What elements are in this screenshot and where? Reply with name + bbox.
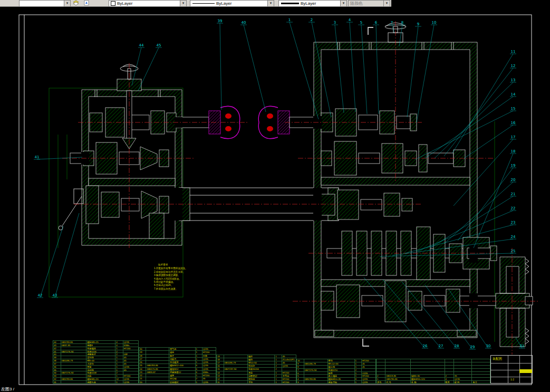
bom-table-1: 44GB5783-86螺栓M8×254Q23543GB97-85垫圈8465Mn… [53, 340, 139, 384]
svg-text:39: 39 [218, 19, 223, 23]
svg-text:14: 14 [511, 92, 516, 97]
bom-row: 序号代 号名 称数量材 料备注 [377, 380, 490, 384]
svg-text:13: 13 [511, 78, 516, 82]
bom-table-3: 19蜗杆14518蜗轮1ZCuSn10P117GB1096-79键10×5014… [216, 355, 296, 384]
bom-cell: Q235 [123, 380, 139, 384]
lineweight-preview [281, 3, 299, 4]
svg-text:24: 24 [511, 235, 516, 239]
svg-text:20: 20 [511, 178, 516, 182]
notes-lines: 1.装配前所有零件用煤油清洗。2.齿轮副应转动灵活无卡滞。3.轴承游隙按规定调整… [154, 267, 209, 291]
svg-text:26: 26 [423, 344, 428, 348]
svg-text:7: 7 [391, 21, 393, 25]
chevron-down-icon[interactable]: ▾ [180, 1, 186, 6]
shift-lever [59, 189, 83, 230]
linetype-dropdown-value: ByLayer [215, 1, 267, 6]
svg-text:6: 6 [375, 21, 378, 25]
svg-text:17: 17 [511, 135, 516, 139]
drawing-canvas[interactable]: 4445414243394012345678910111213141516171… [0, 0, 550, 392]
svg-text:10: 10 [432, 21, 437, 25]
svg-text:9: 9 [417, 22, 419, 26]
svg-text:29: 29 [470, 345, 475, 349]
bom-cell [146, 380, 169, 384]
layer-dropdown[interactable]: ▾ [19, 0, 71, 7]
titleblock-line [491, 363, 532, 364]
bom-cell: 备注 [472, 380, 490, 384]
lineweight-dropdown-value: ByLayer [299, 1, 340, 6]
bom-table-4: 10带轮1HT2009GB1096-79键C12×561458输出轴1457GB… [296, 359, 376, 384]
drawing-scale: 1:2 [510, 378, 514, 381]
bom-cell: Q235 [362, 380, 376, 384]
assembly-drawing: 4445414243394012345678910111213141516171… [0, 0, 550, 392]
bom-cell: 代 号 [385, 380, 411, 384]
chevron-down-icon[interactable]: ▾ [267, 1, 274, 6]
svg-text:8: 8 [401, 21, 403, 25]
titleblock-line [491, 377, 532, 377]
notes-title: 技术要求 [158, 263, 209, 266]
chevron-down-icon[interactable]: ▾ [64, 1, 70, 6]
bom-cell: 材 料 [454, 380, 472, 384]
title-block: 装配图 1:2 [490, 355, 533, 384]
svg-text:22: 22 [511, 206, 516, 211]
bom-row: 3操纵手柄1Q235 [297, 380, 376, 384]
svg-text:25: 25 [511, 249, 516, 253]
v-belt-pulley [496, 257, 533, 347]
toolbar: ▾ ByLayer ▾ ByLayer ▾ ByLayer ▾ 随颜色 ▾ [0, 0, 391, 7]
layer-previous-icon[interactable] [83, 0, 92, 6]
bom-cell: 31 [53, 380, 61, 384]
bom-cell: 1 [275, 380, 282, 384]
svg-text:4: 4 [349, 18, 351, 22]
bom-cell: 序号 [377, 380, 385, 384]
chevron-down-icon[interactable]: ▾ [383, 1, 390, 6]
bom-cell: 1 [355, 380, 362, 384]
svg-text:41: 41 [35, 155, 40, 159]
plotstyle-dropdown[interactable]: 随颜色 ▾ [348, 0, 390, 7]
bom-cell: 名 称 [411, 380, 445, 384]
svg-text:40: 40 [242, 21, 246, 25]
chevron-down-icon[interactable]: ▾ [340, 1, 346, 6]
technical-notes: 技术要求 1.装配前所有零件用煤油清洗。2.齿轮副应转动灵活无卡滞。3.轴承游隙… [154, 263, 209, 291]
bom-table-5: 2GB119-86销B6×302351GB5780-86螺栓M16×1204Q2… [376, 359, 490, 384]
svg-text:43: 43 [53, 293, 57, 298]
svg-text:15: 15 [511, 107, 516, 111]
bom-cell [61, 380, 87, 384]
bom-row: 31观察孔盖1Q235 [53, 380, 139, 384]
bom-row: 20起盖螺钉1Q235 [139, 380, 216, 384]
bom-cell [304, 380, 328, 384]
make-layer-current-icon[interactable] [73, 0, 81, 6]
svg-text:27: 27 [439, 344, 443, 348]
bom-cell [224, 380, 248, 384]
svg-text:1: 1 [288, 18, 291, 22]
color-dropdown-value: ByLayer [115, 1, 180, 6]
layout-tab-label[interactable]: 左图3 / [1, 386, 14, 392]
bom-cell: 1 [115, 380, 123, 384]
linetype-dropdown[interactable]: ByLayer ▾ [190, 0, 274, 7]
svg-text:21: 21 [511, 192, 516, 196]
bom-cell: 3 [297, 380, 304, 384]
svg-text:5: 5 [360, 21, 362, 25]
svg-text:16: 16 [511, 121, 516, 125]
bom-cell: 数量 [445, 380, 454, 384]
svg-text:44: 44 [139, 43, 144, 47]
color-dropdown[interactable]: ByLayer ▾ [109, 0, 187, 7]
svg-text:11: 11 [511, 50, 516, 54]
svg-text:31: 31 [520, 344, 525, 348]
bom-cell: 11 [217, 380, 224, 384]
bom-cell: 20 [139, 380, 146, 384]
svg-text:28: 28 [455, 344, 459, 348]
drawing-title: 装配图 [493, 357, 502, 361]
svg-text:19: 19 [511, 164, 516, 168]
bom-table-2: 30通气器1Q23529箱盖1HT20028垫片1石棉27油标尺1Q23526放… [139, 347, 216, 384]
svg-text:2: 2 [311, 18, 313, 22]
bom-row: 11手轮1HT200 [217, 380, 296, 384]
svg-text:23: 23 [511, 221, 516, 225]
color-swatch [111, 1, 115, 6]
linetype-preview [192, 3, 215, 4]
lineweight-dropdown[interactable]: ByLayer ▾ [278, 0, 347, 7]
bom-cell: Q235 [202, 380, 216, 384]
svg-text:30: 30 [486, 344, 491, 348]
bom-cell: 1 [196, 380, 202, 384]
svg-text:3: 3 [334, 21, 336, 25]
plotstyle-dropdown-value: 随颜色 [349, 1, 383, 6]
highlight-bar [519, 369, 532, 373]
svg-text:18: 18 [511, 149, 516, 154]
